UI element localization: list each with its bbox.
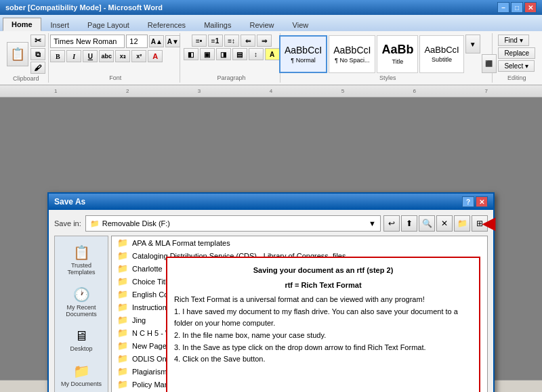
replace-button[interactable]: Replace — [498, 47, 535, 59]
align-right-button[interactable]: ◨ — [216, 48, 231, 60]
numbered-list-button[interactable]: ≡1 — [208, 35, 223, 47]
style-subtitle-preview: AaBbCcI — [424, 45, 459, 55]
style-title-button[interactable]: AaBb Title — [377, 35, 418, 73]
sidebar-item-desktop[interactable]: 🖥 Desktop — [58, 326, 105, 355]
strikethrough-button[interactable]: abc — [99, 50, 114, 62]
style-no-spacing-button[interactable]: AaBbCcI ¶ No Spaci... — [329, 35, 375, 73]
font-size-input[interactable] — [126, 35, 148, 48]
line-spacing-button[interactable]: ↕ — [249, 48, 264, 60]
recent-icon: 🕐 — [73, 286, 90, 303]
sidebar-item-recent[interactable]: 🕐 My Recent Documents — [58, 284, 105, 320]
folder-item-icon: 📁 — [117, 238, 128, 248]
editing-content: Find ▾ Replace Select ▾ — [498, 35, 535, 73]
dialog-title-bar: Save As ? ✕ — [49, 194, 493, 210]
folder-item-icon: 📁 — [117, 328, 128, 338]
tab-references[interactable]: References — [139, 18, 194, 31]
new-folder-button[interactable]: 📁 — [454, 215, 470, 232]
dialog-close-button[interactable]: ✕ — [476, 196, 488, 207]
shading-button[interactable]: A — [265, 48, 280, 60]
save-in-label: Save in: — [54, 219, 81, 227]
folder-item-icon: 📁 — [117, 251, 128, 261]
cut-button[interactable]: ✂ — [30, 35, 45, 47]
dialog-sidebar: 📋 Trusted Templates 🕐 My Recent Document… — [54, 236, 108, 392]
tab-insert[interactable]: Insert — [42, 18, 79, 31]
dialog-file-list[interactable]: 📁 APA & MLA Format templates 📁 Catalogin… — [111, 236, 488, 392]
tab-page-layout[interactable]: Page Layout — [79, 18, 138, 31]
align-left-button[interactable]: ◧ — [184, 48, 199, 60]
folder-item-icon: 📁 — [117, 379, 128, 389]
shrink-font-button[interactable]: A▼ — [165, 35, 180, 47]
folder-item-icon: 📁 — [117, 341, 128, 351]
sidebar-item-documents[interactable]: 📁 My Documents — [58, 360, 105, 390]
view-button[interactable]: ⊞ — [472, 215, 488, 232]
subscript-button[interactable]: x₂ — [115, 50, 130, 62]
bold-button[interactable]: B — [50, 50, 65, 62]
ribbon-content: 📋 ✂ ⧉ 🖌 Clipboard A▲ A▼ B — [0, 31, 542, 85]
folder-item-icon: 📁 — [117, 263, 128, 274]
select-button[interactable]: Select ▾ — [498, 60, 535, 72]
sidebar-desktop-label: Desktop — [70, 345, 92, 352]
bullets-button[interactable]: ≡• — [192, 35, 207, 47]
grow-font-button[interactable]: A▲ — [149, 35, 164, 47]
back-button[interactable]: ↩ — [383, 215, 400, 232]
superscript-button[interactable]: x² — [131, 50, 146, 62]
up-folder-button[interactable]: ⬆ — [401, 215, 417, 232]
dialog-main-panel: 📋 Trusted Templates 🕐 My Recent Document… — [54, 236, 488, 392]
save-in-combo[interactable]: 📁 Removable Disk (F:) ▼ — [85, 215, 381, 232]
delete-button[interactable]: ✕ — [436, 215, 453, 232]
tab-home[interactable]: Home — [3, 18, 41, 31]
style-subtitle-button[interactable]: AaBbCcI Subtitle — [419, 35, 463, 73]
file-item-name: Instruction — [132, 303, 167, 311]
title-bar-text: sober [Compatibility Mode] - Microsoft W… — [5, 3, 497, 12]
style-normal-button[interactable]: AaBbCcI ¶ Normal — [279, 35, 327, 73]
styles-change[interactable]: ⬛ — [482, 54, 497, 73]
instruction-box: Saving your document as an rtf (step 2) … — [166, 257, 480, 392]
list-item[interactable]: 📁 APA & MLA Format templates — [112, 236, 487, 249]
styles-content: AaBbCcI ¶ Normal AaBbCcI ¶ No Spaci... A… — [279, 35, 497, 73]
clipboard-content: 📋 ✂ ⧉ 🖌 — [7, 35, 45, 74]
tab-review[interactable]: Review — [241, 18, 283, 31]
sidebar-item-trusted[interactable]: 📋 Trusted Templates — [58, 242, 105, 278]
italic-button[interactable]: I — [66, 50, 81, 62]
search-web-button[interactable]: 🔍 — [419, 215, 435, 232]
file-item-name: Plagiarism — [132, 368, 167, 376]
main-content: Save As ? ✕ Save in: 📁 Removable Disk (F… — [0, 97, 542, 380]
file-item-name: APA & MLA Format templates — [132, 239, 230, 247]
minimize-button[interactable]: – — [497, 2, 509, 13]
find-button[interactable]: Find ▾ — [498, 35, 528, 46]
editing-label: Editing — [507, 73, 526, 81]
close-button[interactable]: ✕ — [524, 2, 537, 13]
multilevel-list-button[interactable]: ≡↕ — [224, 35, 239, 47]
copy-button[interactable]: ⧉ — [30, 48, 45, 60]
combo-dropdown-arrow: ▼ — [369, 219, 376, 227]
documents-icon: 📁 — [73, 363, 90, 379]
sidebar-recent-label: My Recent Documents — [60, 304, 102, 318]
font-label: Font — [109, 73, 121, 81]
dialog-title-text: Save As — [54, 197, 462, 206]
trusted-icon: 📋 — [73, 244, 90, 261]
title-bar: sober [Compatibility Mode] - Microsoft W… — [0, 0, 542, 15]
underline-button[interactable]: U — [83, 50, 98, 62]
font-name-input[interactable] — [50, 35, 125, 48]
font-style-row: B I U abc x₂ x² A — [50, 50, 163, 62]
dialog-help-button[interactable]: ? — [462, 196, 474, 207]
tab-view[interactable]: View — [284, 18, 318, 31]
style-normal-label: ¶ Normal — [291, 57, 315, 64]
clipboard-label: Clipboard — [13, 74, 39, 82]
folder-item-icon: 📁 — [117, 302, 128, 312]
maximize-button[interactable]: □ — [511, 2, 523, 13]
increase-indent-button[interactable]: ⇒ — [257, 35, 272, 47]
group-editing: Find ▾ Replace Select ▾ Editing — [495, 33, 538, 83]
decrease-indent-button[interactable]: ⇐ — [241, 35, 255, 47]
justify-button[interactable]: ▤ — [232, 48, 247, 60]
sidebar-documents-label: My Documents — [61, 380, 102, 387]
styles-scroll-down[interactable]: ▼ — [465, 35, 480, 53]
paste-button[interactable]: 📋 — [7, 42, 28, 66]
clear-format-button[interactable]: A — [148, 50, 163, 62]
tab-mailings[interactable]: Mailings — [195, 18, 240, 31]
sidebar-trusted-label: Trusted Templates — [60, 262, 102, 276]
align-center-button[interactable]: ▣ — [200, 48, 215, 60]
ruler-marks: 1 2 3 4 5 6 7 — [54, 88, 488, 94]
folder-item-icon: 📁 — [117, 276, 128, 286]
format-painter-button[interactable]: 🖌 — [30, 62, 45, 74]
